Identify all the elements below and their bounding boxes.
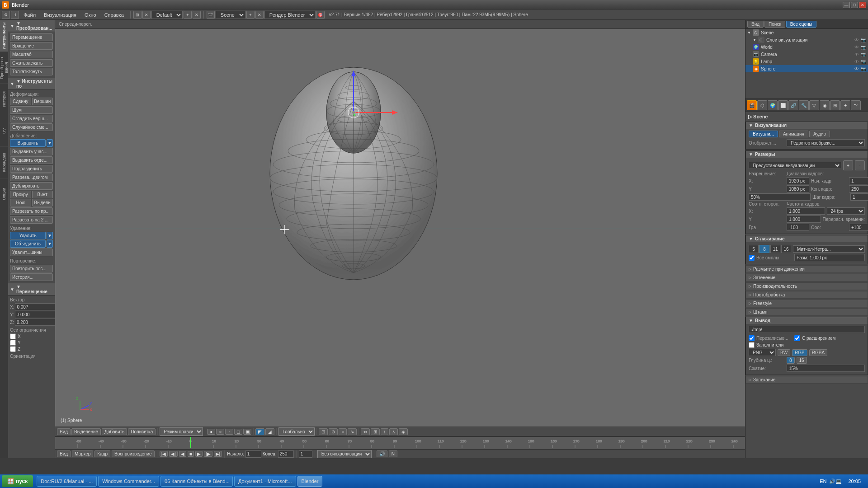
filter-dropdown[interactable]: Митчел-Нетра... [793, 245, 865, 253]
repeat-button[interactable]: Повторить пос... [10, 265, 53, 272]
transform-header[interactable]: ▼ ▼ Преобразован... [8, 20, 55, 32]
extrude-button[interactable]: Выдавить [10, 139, 46, 147]
knife-button[interactable]: Нож [10, 199, 31, 206]
snap-type-icon[interactable]: ⊙ [329, 428, 338, 435]
depth-16-btn[interactable]: 16 [797, 357, 807, 364]
start-frame-input[interactable] [245, 450, 261, 458]
y-axis-checkbox[interactable] [10, 340, 16, 346]
timeline-frame-btn[interactable]: Кадр [94, 450, 110, 457]
constraints-icon[interactable]: 🔗 [788, 100, 798, 110]
spin-button[interactable]: Винт [32, 191, 53, 198]
layout-dropdown[interactable]: Default [151, 11, 183, 19]
aspect-y-input[interactable] [787, 216, 821, 223]
prev-keyframe-btn[interactable]: ◀| [169, 451, 178, 457]
object-props-icon[interactable]: ⬜ [778, 100, 788, 110]
scene-add-icon[interactable]: + [246, 11, 255, 19]
start-kdr-input[interactable] [849, 177, 868, 184]
taskbar-item-word[interactable]: Документ1 - Microsoft... [234, 476, 296, 487]
layout-close-icon[interactable]: ✕ [142, 11, 151, 19]
knife-loop-button[interactable]: Разреза...двигом [10, 174, 53, 181]
freestyle-header[interactable]: ▷ Freestyle [745, 300, 868, 307]
render-vis-tab[interactable]: Визуали... [749, 131, 778, 137]
mesh-menu[interactable]: Полисетка [128, 428, 156, 435]
bake-header[interactable]: ▷ Запекание [745, 376, 868, 384]
movement-header[interactable]: ▼ ▼ Перемещение [8, 283, 55, 296]
extrude-dropdown-icon[interactable]: ▼ [47, 139, 53, 147]
layers-eye-icon[interactable]: 👁 [854, 38, 859, 42]
current-frame-input[interactable] [299, 450, 312, 458]
res-y-input[interactable] [787, 185, 809, 192]
rotate-button[interactable]: Вращение [10, 42, 53, 50]
render-engine-dropdown[interactable]: Рендер Blender [264, 11, 316, 19]
jump-end-btn[interactable]: ▶| [214, 451, 222, 457]
delete-button[interactable]: Удалить [10, 232, 46, 239]
camera-eye-icon[interactable]: 👁 [854, 52, 859, 57]
smooth-num-5[interactable]: 5 [749, 245, 759, 253]
render-anim-tab[interactable]: Анимация [779, 131, 808, 137]
format-dropdown[interactable]: PNG [749, 349, 776, 356]
y-input[interactable] [15, 311, 55, 318]
modifiers-icon[interactable]: 🔧 [799, 100, 809, 110]
shrink-button[interactable]: Сжатьрасжать [10, 59, 53, 67]
mirror-icon[interactable]: ⇔ [361, 428, 370, 435]
gra-input[interactable] [787, 224, 809, 231]
play-btn[interactable]: ▶ [195, 451, 203, 457]
aspect-x-input[interactable] [787, 207, 825, 215]
res-x-input[interactable] [787, 177, 809, 184]
render-props-icon[interactable]: 🎬 [747, 100, 757, 110]
vtab-options[interactable]: Опции [0, 178, 8, 210]
vtab-uv[interactable]: UV [0, 115, 8, 146]
world-eye-icon[interactable]: 👁 [854, 45, 859, 50]
render-icon[interactable]: 🎯 [316, 11, 325, 19]
layout-del-icon[interactable]: ✕ [193, 11, 201, 19]
outliner-camera[interactable]: 📷 Camera 👁 📷 [745, 51, 868, 58]
push-button[interactable]: Толкатьтянуть [10, 68, 53, 75]
scene-icon[interactable]: 🎬 [207, 11, 215, 19]
scene-del-icon[interactable]: ✕ [255, 11, 264, 19]
occlude-icon[interactable]: ⊞ [371, 428, 380, 435]
x-input[interactable] [15, 303, 55, 310]
layers-render-icon[interactable]: 📷 [861, 38, 866, 42]
deform-vertex-button[interactable]: Вершин [32, 98, 53, 105]
output-header[interactable]: ▼ Вывод [746, 317, 868, 324]
timeline-marker-btn[interactable]: Маркер [72, 450, 93, 457]
samples-checkbox[interactable] [749, 255, 755, 261]
play-reverse-btn[interactable]: ◀ [179, 451, 186, 457]
particles-icon[interactable]: ✦ [840, 100, 850, 110]
menu-help[interactable]: Справка [101, 11, 127, 19]
extrude-individual-button[interactable]: Выдавить отде... [10, 156, 53, 164]
settings-icon[interactable]: ⚙ [2, 11, 10, 19]
performance-header[interactable]: ▷ Производительность [745, 282, 868, 290]
obc-input[interactable] [849, 224, 868, 231]
render-audio-tab[interactable]: Аудио [809, 131, 830, 137]
view-menu[interactable]: Вид [57, 428, 71, 435]
sphere-eye-icon[interactable]: 👁 [854, 66, 859, 71]
sizes-header[interactable]: ▼ Размеры [746, 151, 868, 158]
rgba-btn[interactable]: RGBA [809, 349, 827, 356]
end-frame-input[interactable] [278, 450, 294, 458]
scale-button[interactable]: Масштаб [10, 51, 53, 58]
physics-icon[interactable]: 〜 [851, 100, 861, 110]
proportional-icon[interactable]: ○ [339, 428, 347, 435]
jump-start-btn[interactable]: |◀ [160, 451, 168, 457]
world-render-icon[interactable]: 📷 [861, 45, 866, 50]
loop-cut-button[interactable]: Разрезать по пр... [10, 207, 53, 215]
taskbar-item-drop[interactable]: 06 Капля Объекты в Blend... [160, 476, 233, 487]
material-icon[interactable]: ◉ [820, 100, 830, 110]
scene-dropdown[interactable]: Scene [216, 11, 245, 19]
audio-sync-icon[interactable]: 🔊 [377, 450, 387, 457]
presets-dropdown[interactable]: Предустановки визуализации [749, 162, 841, 169]
vtab-transform[interactable]: Преоб-разо-вания [0, 52, 8, 83]
lamp-eye-icon[interactable]: 👁 [854, 59, 859, 64]
viewport-wire-icon[interactable]: ○ [216, 429, 224, 435]
subdivide-button[interactable]: Подразделить [10, 165, 53, 173]
close-button[interactable]: ✕ [859, 2, 866, 8]
layout-icon[interactable]: ⊞ [133, 11, 142, 19]
history-button[interactable]: История... [10, 273, 53, 281]
taskbar-item-doc[interactable]: Doc:RU/2.6/Manual - ... [37, 476, 97, 487]
outliner-world[interactable]: 🌍 World 👁 📷 [745, 43, 868, 51]
rgb-btn[interactable]: RGB [792, 349, 807, 356]
presets-add-icon[interactable]: + [843, 160, 853, 170]
outliner-lamp[interactable]: 💡 Lamp 👁 📷 [745, 58, 868, 65]
fps-dropdown[interactable]: 24 fps [827, 207, 865, 215]
